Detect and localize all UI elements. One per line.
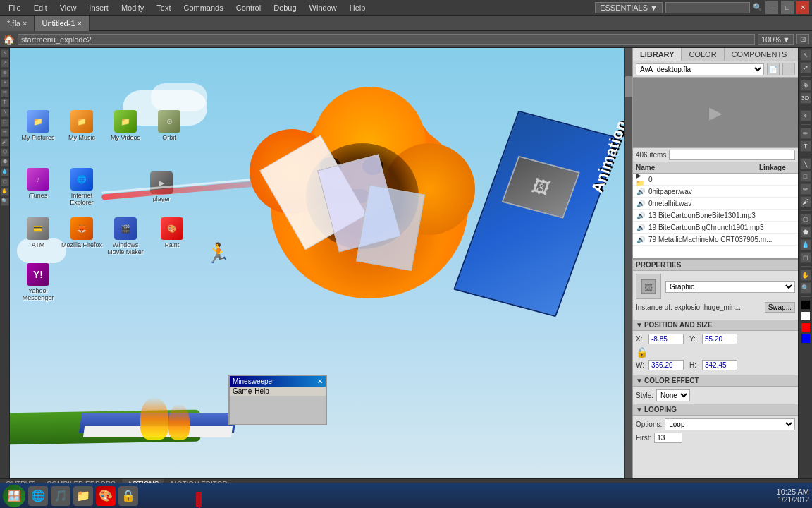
loop-options-select[interactable]: Loop: [665, 418, 795, 430]
taskbar-icon-folder[interactable]: 📁: [73, 486, 93, 506]
desktop-icon-ie[interactable]: 🌐 Internet Explorer: [61, 168, 103, 206]
desktop-icon-itunes[interactable]: ♪ iTunes: [17, 168, 59, 199]
menu-control[interactable]: Control: [230, 2, 266, 13]
taskbar-icon-music[interactable]: 🎵: [51, 486, 70, 506]
tab-untitled[interactable]: Untitled-1 ×: [35, 16, 90, 31]
y-input[interactable]: [702, 334, 737, 344]
start-button[interactable]: 🪟: [3, 485, 25, 507]
tool-text[interactable]: T: [800, 140, 811, 152]
hand-tool[interactable]: ✋: [1, 188, 9, 196]
graphic-type-select[interactable]: Graphic: [665, 281, 795, 293]
tab-components[interactable]: COMPONENTS: [725, 48, 795, 61]
tab-library[interactable]: LIBRARY: [633, 48, 682, 61]
library-search[interactable]: [669, 150, 795, 160]
tool-eyedrop[interactable]: 💧: [800, 239, 811, 250]
desktop-icon-atm[interactable]: 💳 ATM: [17, 217, 59, 248]
menu-commands[interactable]: Commands: [178, 2, 228, 13]
pencil-tool[interactable]: ✏: [1, 128, 9, 137]
list-item[interactable]: 🔊 19 BiteCartoonBigChrunch1901.mp3: [633, 222, 798, 234]
menu-modify[interactable]: Modify: [116, 2, 149, 13]
minimize-button[interactable]: _: [765, 1, 778, 14]
desktop-icon-mypictures[interactable]: 📁 My Pictures: [17, 110, 59, 141]
x-input[interactable]: [648, 334, 684, 344]
desktop-icon-paint[interactable]: 🎨 Paint: [151, 217, 193, 248]
canvas-area[interactable]: 📁 My Pictures 📁 My Music 📁 My Videos ⊙ O…: [10, 48, 632, 478]
lasso-tool[interactable]: ⌖: [1, 79, 9, 87]
tool-subsel[interactable]: ↗: [800, 62, 811, 73]
tool-3d[interactable]: 3D: [800, 92, 811, 104]
tool-pencil[interactable]: ✏: [800, 183, 811, 195]
color-effect-header[interactable]: ▼ COLOR EFFECT: [633, 375, 798, 387]
desktop-icon-firefox[interactable]: 🦊 Mozilla Firefox: [61, 217, 103, 248]
h-input[interactable]: [702, 360, 737, 370]
playhead-indicator[interactable]: [196, 492, 202, 507]
tool-rect[interactable]: □: [800, 171, 811, 182]
stroke-color[interactable]: [801, 300, 811, 310]
zoom-dropdown-icon[interactable]: ▼: [782, 35, 790, 44]
tool-line[interactable]: ╲: [800, 158, 811, 169]
search-input[interactable]: [665, 2, 750, 13]
eraser-tool[interactable]: ◻: [1, 178, 9, 186]
minesweeper-window[interactable]: Minesweeper ✕ Game Help: [228, 375, 327, 425]
taskbar-icon-security[interactable]: 🔒: [118, 486, 138, 506]
tool-lasso[interactable]: ⌖: [800, 110, 811, 121]
pen-tool[interactable]: ✏: [1, 89, 9, 97]
paint-bucket-tool[interactable]: ⬟: [1, 158, 9, 167]
list-item[interactable]: 🔊 0hitpaper.wav: [633, 186, 798, 198]
text-tool[interactable]: T: [1, 99, 9, 107]
properties-header[interactable]: PROPERTIES: [633, 260, 798, 271]
msw-help[interactable]: Help: [254, 387, 269, 395]
scrollbar-thumb-v[interactable]: [625, 76, 632, 97]
tab-color[interactable]: COLOR: [682, 48, 724, 61]
swap-button[interactable]: Swap...: [765, 302, 795, 313]
tool-hand[interactable]: ✋: [800, 270, 811, 281]
menu-debug[interactable]: Debug: [268, 2, 302, 13]
fill-color[interactable]: [801, 311, 811, 321]
lib-edit-btn[interactable]: ✏: [782, 63, 795, 75]
msw-close[interactable]: ✕: [317, 377, 323, 385]
eyedropper-tool[interactable]: 💧: [1, 168, 9, 176]
taskbar-icon-flash[interactable]: 🎨: [96, 486, 116, 506]
position-size-header[interactable]: ▼ POSITION AND SIZE: [633, 320, 798, 331]
essentials-button[interactable]: ESSENTIALS ▼: [595, 2, 663, 13]
tool-arrow[interactable]: ↖: [800, 49, 811, 61]
list-item[interactable]: 🔊 79 MetallicMachineMo CRT037905.m...: [633, 234, 798, 246]
menu-help[interactable]: Help: [344, 2, 371, 13]
desktop-icon-moviemaker[interactable]: 🎬 Windows Movie Maker: [104, 217, 147, 255]
tab-fla[interactable]: *.fla ×: [0, 16, 35, 31]
color-style-select[interactable]: None: [656, 389, 690, 401]
free-transform-tool[interactable]: ⊕: [1, 69, 9, 78]
close-button[interactable]: ✕: [796, 1, 809, 14]
tool-inkbottle[interactable]: ⬡: [800, 214, 811, 225]
accent-color-2[interactable]: [801, 334, 811, 344]
menu-edit[interactable]: Edit: [28, 2, 53, 13]
zoom-tool[interactable]: 🔍: [1, 198, 9, 206]
brush-tool[interactable]: 🖌: [1, 138, 9, 147]
menu-text[interactable]: Text: [151, 2, 176, 13]
w-input[interactable]: [648, 360, 684, 370]
list-item[interactable]: 🔊 0metalhit.wav: [633, 198, 798, 210]
line-tool[interactable]: ╲: [1, 109, 9, 117]
maximize-button[interactable]: □: [781, 1, 794, 14]
ink-bottle-tool[interactable]: ⬡: [1, 148, 9, 157]
subselect-tool[interactable]: ↗: [1, 59, 9, 68]
desktop-icon-myvideos[interactable]: 📁 My Videos: [104, 110, 147, 141]
list-item[interactable]: 🔊 13 BiteCartoonBoneBite1301.mp3: [633, 210, 798, 222]
tool-eraser[interactable]: ◻: [800, 252, 811, 263]
loop-first-input[interactable]: [654, 433, 682, 443]
tool-brush[interactable]: 🖌: [800, 196, 811, 207]
msw-game[interactable]: Game: [233, 387, 252, 395]
desktop-icon-orbit[interactable]: ⊙ Orbit: [148, 110, 190, 141]
tool-bucket[interactable]: ⬟: [800, 226, 811, 238]
fit-scene-button[interactable]: ⊡: [796, 34, 809, 44]
desktop-icon-mymusic[interactable]: 📁 My Music: [61, 110, 103, 141]
lib-new-btn[interactable]: 📄: [767, 63, 780, 75]
library-file-select[interactable]: AvA_desktop.fla: [636, 64, 764, 75]
menu-insert[interactable]: Insert: [83, 2, 114, 13]
address-input[interactable]: [18, 34, 755, 45]
tool-pen[interactable]: ✏: [800, 128, 811, 139]
select-tool[interactable]: ↖: [1, 49, 9, 58]
list-item[interactable]: ▶📁 0: [633, 174, 798, 186]
menu-view[interactable]: View: [54, 2, 82, 13]
tool-zoom[interactable]: 🔍: [800, 282, 811, 294]
